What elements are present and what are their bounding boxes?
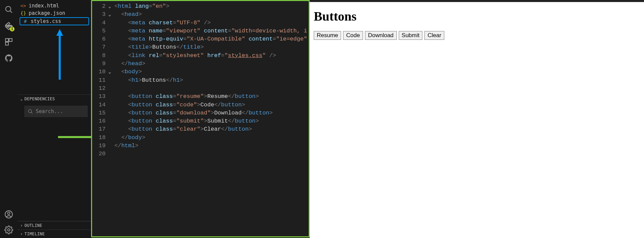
file-index-html[interactable]: <> index.html [18,2,91,9]
preview-button-download[interactable]: Download [365,31,397,40]
code-line[interactable]: 3⌄ <head> [92,10,309,19]
line-number: 13 [92,92,108,101]
code-line[interactable]: 15 <button class="download">Download</bu… [92,109,309,117]
line-number: 17 [92,125,108,133]
code-line[interactable]: 20 [92,150,309,158]
code-line[interactable]: 2⌄<html lang="en"> [92,2,309,10]
line-number: 10 [92,68,108,76]
github-icon[interactable] [4,53,13,63]
extensions-icon[interactable] [4,37,13,47]
fold-icon[interactable] [108,19,114,27]
code-line[interactable]: 6 <meta http-equiv="X-UA-Compatible" con… [92,35,309,43]
fold-icon[interactable] [108,35,114,43]
fold-icon[interactable] [108,52,114,60]
code-line[interactable]: 11 <h1>Buttons</h1> [92,76,309,84]
code-text: <link rel="stylesheet" href="styles.css"… [114,52,276,60]
css-file-icon: # [22,19,28,24]
code-text: <meta http-equiv="X-UA-Compatible" conte… [114,35,307,43]
source-control-icon[interactable]: 1 [4,21,13,30]
fold-icon[interactable]: ⌄ [108,68,114,76]
badge: 1 [10,27,15,31]
code-line[interactable]: 8 <link rel="stylesheet" href="styles.cs… [92,52,309,60]
explorer-sidebar: <> index.html {} package.json # styles.c… [18,0,91,238]
code-editor[interactable]: 2⌄<html lang="en">3⌄ <head>4 <meta chars… [91,0,310,237]
code-line[interactable]: 17 <button class="clear">Clear</button> [92,125,309,133]
fold-icon[interactable] [108,101,114,109]
file-styles-css[interactable]: # styles.css [20,17,89,25]
line-number: 9 [92,60,108,68]
file-label: package.json [29,10,65,16]
code-line[interactable]: 18 </body> [92,134,309,142]
svg-point-7 [8,229,10,231]
line-number: 2 [92,2,108,10]
code-text: </body> [114,134,145,142]
dependencies-search-input[interactable]: Search... [24,106,88,117]
search-icon [28,109,33,114]
annotation-blue-arrow-icon [55,29,64,81]
svg-point-10 [28,109,31,112]
code-text: </html> [114,142,138,150]
fold-icon[interactable] [108,43,114,51]
line-number: 7 [92,43,108,51]
fold-icon[interactable]: ⌄ [108,10,114,19]
fold-icon[interactable] [108,76,114,84]
code-text: </head> [114,60,145,68]
fold-icon[interactable]: ⌄ [108,2,114,10]
code-text: <button class="resume">Resume</button> [114,92,259,101]
fold-icon[interactable] [108,84,114,92]
search-icon[interactable] [4,5,13,14]
fold-icon[interactable] [108,109,114,117]
svg-point-0 [6,6,11,11]
code-line[interactable]: 12 [92,84,309,92]
preview-button-resume[interactable]: Resume [314,31,341,40]
account-icon[interactable] [4,210,13,219]
fold-icon[interactable] [108,27,114,35]
code-text: <head> [114,10,142,19]
svg-rect-2 [5,38,8,42]
line-number: 12 [92,84,108,92]
code-line[interactable]: 9 </head> [92,60,309,68]
code-line[interactable]: 19 </html> [92,142,309,150]
search-placeholder: Search... [36,108,63,114]
page-heading: Buttons [314,9,640,24]
svg-line-1 [10,11,12,13]
line-number: 5 [92,27,108,35]
fold-icon[interactable] [108,92,114,101]
section-label: DEPENDENCIES [25,97,55,101]
line-number: 18 [92,134,108,142]
line-number: 14 [92,101,108,109]
line-number: 8 [92,52,108,60]
code-line[interactable]: 10⌄ <body> [92,68,309,76]
file-package-json[interactable]: {} package.json [18,9,91,17]
code-text: <button class="clear">Clear</button> [114,125,252,133]
code-line[interactable]: 14 <button class="code">Code</button> [92,101,309,109]
svg-marker-9 [56,29,63,36]
code-line[interactable]: 16 <button class="submit">Submit</button… [92,117,309,125]
fold-icon[interactable] [108,125,114,133]
dependencies-section[interactable]: ⌄ DEPENDENCIES [18,95,91,103]
code-line[interactable]: 5 <meta name="viewport" content="width=d… [92,27,309,35]
timeline-section[interactable]: › TIMELINE [18,230,91,238]
preview-button-submit[interactable]: Submit [399,31,423,40]
svg-line-11 [31,112,32,113]
code-text: <meta name="viewport" content="width=dev… [114,27,307,35]
code-line[interactable]: 13 <button class="resume">Resume</button… [92,92,309,101]
code-text: <body> [114,68,142,76]
preview-button-clear[interactable]: Clear [424,31,444,40]
outline-section[interactable]: › OUTLINE [18,221,91,230]
code-text: <h1>Buttons</h1> [114,76,183,84]
settings-gear-icon[interactable] [4,225,13,235]
code-text: <meta charset="UTF-8" /> [114,19,211,27]
svg-rect-4 [5,42,8,45]
fold-icon[interactable] [108,142,114,150]
code-line[interactable]: 4 <meta charset="UTF-8" /> [92,19,309,27]
fold-icon[interactable] [108,60,114,68]
preview-button-code[interactable]: Code [343,31,363,40]
line-number: 3 [92,10,108,19]
fold-icon[interactable] [108,117,114,125]
file-label: styles.css [31,18,61,24]
fold-icon[interactable] [108,134,114,142]
fold-icon[interactable] [108,150,114,158]
code-line[interactable]: 7 <title>Buttons</title> [92,43,309,51]
chevron-right-icon: › [20,232,23,236]
